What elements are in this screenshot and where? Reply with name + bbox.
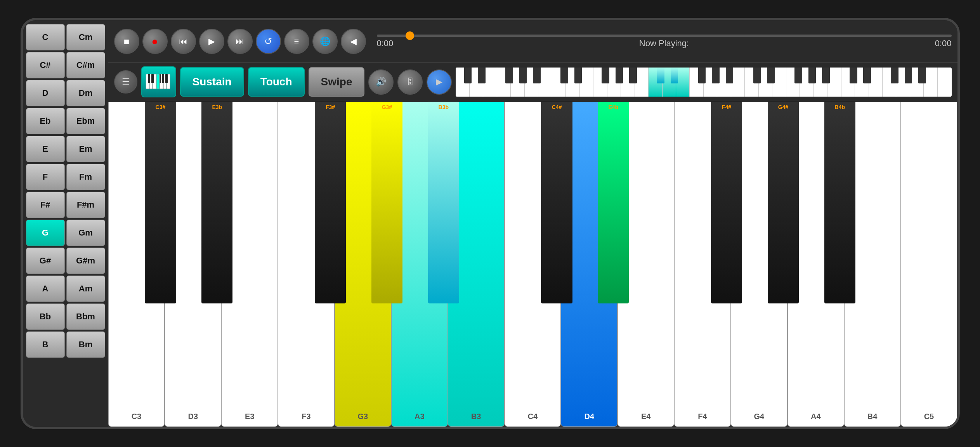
- chord-btn-gsm[interactable]: G#m: [66, 248, 105, 274]
- progress-bar-container: [377, 35, 952, 37]
- chord-btn-b[interactable]: B: [26, 331, 65, 358]
- play-icon: ▶: [208, 36, 215, 47]
- chord-btn-am[interactable]: Am: [66, 275, 105, 302]
- black-key-c3s[interactable]: C3#: [145, 102, 176, 303]
- white-key-label-e3: E3: [245, 412, 254, 421]
- play2-button[interactable]: ▶: [427, 69, 452, 95]
- swipe-button[interactable]: Swipe: [309, 67, 365, 97]
- black-key-g3s[interactable]: G3#: [371, 102, 402, 303]
- chord-btn-eb[interactable]: Eb: [26, 108, 65, 134]
- mini-black-key-10[interactable]: [657, 68, 664, 83]
- chord-btn-bm[interactable]: Bm: [66, 331, 105, 358]
- mini-black-key-19[interactable]: [822, 68, 830, 83]
- mini-black-key-16[interactable]: [767, 68, 775, 83]
- mini-white-key-2[interactable]: [483, 68, 497, 97]
- mini-black-key-4[interactable]: [533, 68, 541, 83]
- black-key-b3b[interactable]: B3b: [428, 102, 459, 303]
- chord-btn-em[interactable]: Em: [66, 136, 105, 162]
- black-key-f3s[interactable]: F3#: [315, 102, 346, 303]
- playlist-button[interactable]: ≡: [284, 29, 309, 54]
- mini-white-key-35[interactable]: [938, 68, 951, 97]
- mini-black-key-7[interactable]: [602, 68, 609, 83]
- chord-btn-dm[interactable]: Dm: [66, 80, 105, 106]
- piano-icon-button[interactable]: [141, 66, 176, 97]
- black-key-b4b[interactable]: B4b: [824, 102, 855, 303]
- mini-black-key-15[interactable]: [753, 68, 761, 83]
- mini-black-key-2[interactable]: [505, 68, 513, 83]
- chord-btn-a[interactable]: A: [26, 275, 65, 302]
- mini-black-key-3[interactable]: [519, 68, 527, 83]
- play-button[interactable]: ▶: [199, 29, 224, 54]
- progress-knob[interactable]: [406, 31, 414, 40]
- globe-button[interactable]: 🌐: [312, 29, 338, 54]
- chord-btn-gm[interactable]: Gm: [66, 220, 105, 246]
- black-key-label-B4b: B4b: [824, 104, 855, 110]
- black-key-g4s[interactable]: G4#: [768, 102, 799, 303]
- sustain-button[interactable]: Sustain: [180, 67, 244, 97]
- white-key-label-a3: A3: [415, 412, 425, 421]
- chord-btn-ebm[interactable]: Ebm: [66, 108, 105, 134]
- loop-button[interactable]: ↺: [256, 29, 281, 54]
- mini-black-key-8[interactable]: [616, 68, 623, 83]
- white-key-label-f3: F3: [302, 412, 310, 421]
- mini-white-key-16[interactable]: [676, 68, 690, 97]
- black-key-f4s[interactable]: F4#: [711, 102, 742, 303]
- chord-btn-cm[interactable]: Cm: [66, 24, 105, 50]
- black-key-e3b[interactable]: E3b: [201, 102, 232, 303]
- effects-button[interactable]: 🎛: [397, 69, 423, 95]
- chord-btn-e[interactable]: E: [26, 136, 65, 162]
- chord-row-f: F Fm: [26, 164, 105, 190]
- globe-icon: 🌐: [320, 36, 330, 47]
- mini-black-key-18[interactable]: [808, 68, 816, 83]
- chord-btn-g[interactable]: G: [26, 220, 65, 246]
- progress-bar[interactable]: [377, 35, 952, 37]
- chord-btn-csm[interactable]: C#m: [66, 52, 105, 78]
- mini-black-key-0[interactable]: [464, 68, 472, 83]
- chord-btn-c[interactable]: C: [26, 24, 65, 50]
- chord-btn-fm[interactable]: Fm: [66, 164, 105, 190]
- skip-button[interactable]: ⏭: [227, 29, 253, 54]
- mini-black-key-12[interactable]: [698, 68, 706, 83]
- mini-black-key-23[interactable]: [905, 68, 912, 83]
- now-playing-area: 0:00 Now Playing: 0:00: [369, 35, 952, 49]
- touch-button[interactable]: Touch: [248, 67, 305, 97]
- mini-black-key-22[interactable]: [891, 68, 898, 83]
- mini-black-key-24[interactable]: [918, 68, 926, 83]
- chord-btn-bbm[interactable]: Bbm: [66, 303, 105, 330]
- back-button[interactable]: ◀: [341, 29, 366, 54]
- stop-button[interactable]: ■: [114, 29, 139, 54]
- black-key-label-F4#: F4#: [711, 104, 742, 110]
- mini-white-key-9[interactable]: [580, 68, 593, 97]
- black-key-e4b[interactable]: E4b: [598, 102, 629, 303]
- mini-black-key-6[interactable]: [574, 68, 582, 83]
- chord-row-c: C Cm: [26, 24, 105, 50]
- chord-btn-gs[interactable]: G#: [26, 248, 65, 274]
- keyboard-area: C3D3E3F3G3A3B3C4D4E4F4G4A4B4C5C3#E3bF3#G…: [108, 102, 957, 427]
- white-key-c5[interactable]: C5: [901, 102, 957, 427]
- black-key-c4s[interactable]: C4#: [541, 102, 572, 303]
- chord-btn-d[interactable]: D: [26, 80, 65, 106]
- rewind-button[interactable]: ⏮: [171, 29, 196, 54]
- black-key-label-F3#: F3#: [315, 104, 346, 110]
- mini-white-key-20[interactable]: [731, 68, 745, 97]
- mini-black-key-9[interactable]: [629, 68, 637, 83]
- mini-black-key-1[interactable]: [478, 68, 486, 83]
- menu-button[interactable]: ☰: [114, 70, 137, 94]
- mini-black-key-13[interactable]: [712, 68, 720, 83]
- white-key-label-g3: G3: [358, 412, 368, 421]
- volume-button[interactable]: 🔊: [368, 69, 394, 95]
- mini-black-key-21[interactable]: [863, 68, 871, 83]
- black-key-label-C3#: C3#: [145, 104, 176, 110]
- mini-black-key-14[interactable]: [726, 68, 734, 83]
- record-button[interactable]: ●: [142, 29, 168, 54]
- chord-btn-fs[interactable]: F#: [26, 192, 65, 218]
- chord-btn-cs[interactable]: C#: [26, 52, 65, 78]
- mini-black-key-5[interactable]: [560, 68, 568, 83]
- mini-black-key-17[interactable]: [794, 68, 802, 83]
- mini-black-key-20[interactable]: [850, 68, 857, 83]
- chord-btn-f[interactable]: F: [26, 164, 65, 190]
- skip-icon: ⏭: [236, 36, 244, 47]
- chord-btn-fsm[interactable]: F#m: [66, 192, 105, 218]
- mini-black-key-11[interactable]: [671, 68, 678, 83]
- chord-btn-bb[interactable]: Bb: [26, 303, 65, 330]
